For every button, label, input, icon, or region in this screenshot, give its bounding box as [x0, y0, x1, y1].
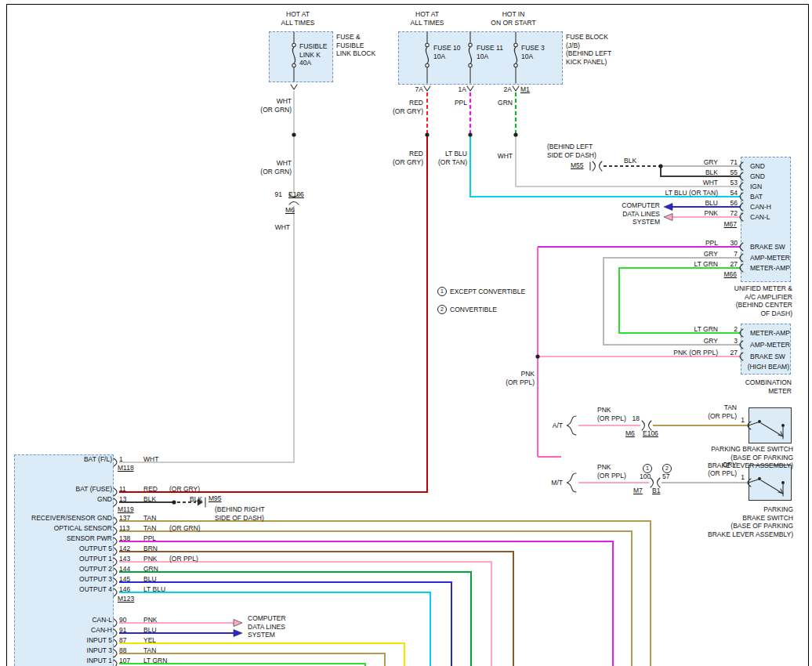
connector-label-m67: M67 [705, 220, 737, 229]
wire-color-label: PPL [651, 239, 718, 248]
high-beam-label: (HIGH BEAM) [729, 363, 789, 371]
connector-label-m1: M1 [520, 85, 530, 94]
pin-number: 3 [720, 337, 738, 346]
fusible-link-block-label: FUSE & FUSIBLE LINK BLOCK [336, 33, 375, 58]
bcm-pin-number: 88 [119, 646, 126, 655]
bcm-wire-color: BRN [143, 545, 158, 553]
note-2-text: CONVERTIBLE [450, 306, 497, 314]
bcm-pin-name: OUTPUT 2 [16, 565, 112, 574]
wire-label-gry-or-ppl: GRY (OR PPL) [701, 461, 737, 477]
brace-mt-icon [567, 473, 576, 492]
bcm-wire-color: TAN [143, 514, 156, 523]
bcm-wire-color: LT BLU [143, 585, 165, 594]
wire-tan-137 [119, 521, 651, 666]
bcm-pin-name: SENSOR PWR [16, 534, 112, 543]
wire-label-grn: GRN [491, 99, 513, 107]
wire-color-label: WHT [651, 179, 718, 187]
bcm-pin-name: GND [16, 495, 112, 504]
pin-name: GND [750, 172, 765, 181]
pin-number: 53 [720, 179, 738, 187]
bcm-wire-color: PNK [143, 555, 157, 563]
bcm-pin-number: 142 [119, 545, 130, 553]
bcm-pin-number: 13 [119, 495, 126, 504]
wire-label-wht-or-grn-2: WHT (OR GRN) [256, 159, 292, 176]
bcm-wire-color: BLU [143, 575, 157, 584]
wire-label-ltblu-or-tan: LT BLU (OR TAN) [431, 150, 467, 166]
pin-name: CAN-H [750, 203, 771, 212]
bcm-pin-name: CAN-L [16, 616, 112, 624]
hot-at-all-times-label: HOT AT ALL TIMES [274, 10, 321, 27]
pin-number-100: 100 [640, 472, 651, 481]
connector-label-e106: E106 [288, 190, 304, 199]
note-1-text: EXCEPT CONVERTIBLE [450, 288, 525, 296]
fuse-3-label: FUSE 3 10A [521, 44, 545, 60]
bcm-pin-name: BAT (FUSE) [16, 485, 112, 494]
bcm-pin-name: INPUT 5 [16, 636, 112, 645]
ground-label-m95: M95 [208, 494, 222, 503]
bcm-pin-number: 11 [119, 485, 126, 494]
bcm-pin-name: CAN-H [16, 626, 112, 635]
wire-label-wht-2: WHT [491, 152, 513, 161]
fuse-pin-7a: 7A [409, 85, 423, 94]
pin-number: 72 [720, 209, 738, 218]
pin-number: 2 [720, 325, 738, 334]
connector-pin-91: 91 [265, 190, 282, 199]
wire-color-label: GRY [651, 158, 718, 167]
bcm-wire-color: GRN [143, 565, 158, 574]
bcm-pin-name: OUTPUT 4 [16, 585, 112, 594]
pin-number-57: 57 [662, 472, 669, 481]
fuse-11-label: FUSE 11 10A [477, 44, 503, 60]
pin-name: METER-AMP [750, 264, 790, 273]
wire-pnk-143 [119, 562, 491, 666]
pin-number: 27 [720, 349, 738, 357]
parking-brake-switch-mt-symbol [749, 477, 785, 496]
bcm-wire-color: RED [143, 485, 158, 494]
bcm-pin-number: 146 [119, 585, 130, 594]
fuse-10-label: FUSE 10 10A [433, 44, 461, 60]
computer-data-lines-label: COMPUTER DATA LINES SYSTEM [611, 201, 660, 226]
connector-label-m119: M119 [118, 505, 134, 514]
pin-name: CAN-L [750, 213, 770, 222]
wire-label-pnk-or-ppl: PNK (OR PPL) [497, 370, 535, 386]
connector-label-m118: M118 [118, 464, 134, 472]
can-l-bcm-arrow-icon [234, 620, 242, 627]
wire-color-label: BLK [651, 168, 718, 177]
bcm-wire-color: PNK [143, 616, 157, 624]
hot-at-all-times-label-2: HOT AT ALL TIMES [404, 10, 451, 27]
bcm-pin-name: OPTICAL SENSOR [16, 524, 112, 533]
hot-in-on-or-start-label: HOT IN ON OR START [484, 10, 542, 27]
bcm-pin-number: 107 [119, 657, 130, 665]
wire-color-label: GRY [651, 250, 718, 259]
wire-label-pnk-or-ppl-mt: PNK (OR PPL) [597, 463, 626, 480]
bcm-wire-color: BLU [143, 626, 157, 635]
bcm-pin-number: 145 [119, 575, 130, 584]
connector-label-m66: M66 [705, 270, 737, 279]
bcm-wire-color: PPL [143, 534, 156, 543]
pin-name: BAT [750, 193, 763, 201]
bcm-pin-name: INPUT 1 [16, 657, 112, 665]
bcm-pin-name: BAT (F/L) [16, 455, 112, 464]
fuse-pin-2a: 2A [498, 85, 512, 94]
connector-label-e106-at: E106 [643, 429, 658, 438]
bcm-wire-color: TAN [143, 646, 156, 655]
note-1-badge: 1 [437, 287, 447, 296]
connector-label-m55: M55 [571, 161, 584, 170]
junction-dots [172, 132, 662, 504]
bcm-pin-number: 87 [119, 636, 126, 645]
pin-number-1-mt: 1 [735, 473, 745, 482]
fuse-symbols [424, 32, 519, 91]
wire-color-label: LT BLU (OR TAN) [651, 189, 718, 197]
pin-name: AMP-METER [750, 254, 790, 262]
pin-name: GND [750, 162, 765, 171]
bcm-pin-number: 113 [119, 524, 130, 533]
wire-red-bat-fuse [119, 135, 427, 492]
wire-grn-144 [119, 572, 471, 666]
bcm-wire-color-alt: (OR GRY) [169, 485, 200, 494]
can-h-bcm-arrow-icon [234, 630, 242, 637]
mt-tag: M/T [549, 479, 563, 487]
at-tag: A/T [549, 422, 563, 430]
brace-at-icon [567, 416, 576, 435]
combination-meter-label: COMBINATION METER [729, 378, 792, 395]
unified-meter-label: UNIFIED METER & A/C AMPLIFIER (BEHIND CE… [709, 284, 792, 317]
bcm-pin-name: RECEIVER/SENSOR GND [16, 514, 112, 523]
